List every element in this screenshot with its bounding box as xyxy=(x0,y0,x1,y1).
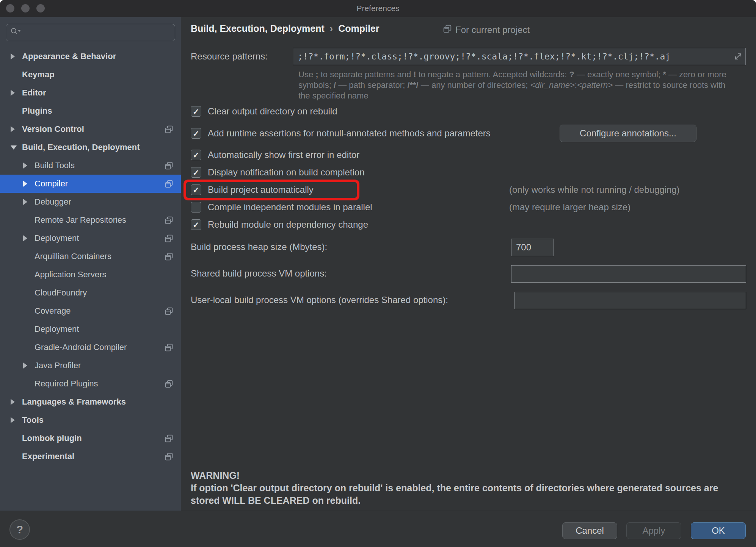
option-clear-output-directory-on-rebuild[interactable]: ✓ Clear output directory on rebuild xyxy=(191,103,747,120)
sidebar-item-label: Gradle-Android Compiler xyxy=(35,342,127,352)
sidebar-item-deployment[interactable]: Deployment xyxy=(0,229,181,247)
search-dropdown-icon xyxy=(18,30,21,32)
sidebar-item-label: Coverage xyxy=(35,306,71,316)
sidebar-item-coverage[interactable]: Coverage xyxy=(0,302,181,320)
configure-annotations-button[interactable]: Configure annotations... xyxy=(560,125,696,142)
settings-sidebar: Appearance & Behavior Keymap Editor Plug… xyxy=(0,17,181,511)
option-display-notification-on-build-completion[interactable]: ✓ Display notification on build completi… xyxy=(191,164,747,181)
shared-vm-options-input[interactable] xyxy=(511,265,746,283)
option-build-project-automatically[interactable]: ✓ Build project automatically (only work… xyxy=(191,181,747,198)
sidebar-item-lombok-plugin[interactable]: Lombok plugin xyxy=(0,429,181,447)
sidebar-item-debugger[interactable]: Debugger xyxy=(0,193,181,211)
checkbox[interactable]: ✓ xyxy=(191,202,201,213)
sidebar-item-build-execution-deployment[interactable]: Build, Execution, Deployment xyxy=(0,138,181,156)
option-note: (only works while not running / debuggin… xyxy=(509,184,680,195)
tree-arrow-icon[interactable] xyxy=(23,235,27,241)
sidebar-item-application-servers[interactable]: Application Servers xyxy=(0,266,181,284)
sidebar-item-label: CloudFoundry xyxy=(35,288,87,298)
checkbox[interactable]: ✓ xyxy=(191,150,201,160)
title-bar: Preferences xyxy=(0,0,756,17)
sidebar-item-label: Required Plugins xyxy=(35,379,98,389)
tree-arrow-icon[interactable] xyxy=(11,399,15,405)
sidebar-item-version-control[interactable]: Version Control xyxy=(0,120,181,138)
sidebar-item-label: Languages & Frameworks xyxy=(22,397,126,407)
sidebar-item-java-profiler[interactable]: Java Profiler xyxy=(0,356,181,375)
user-vm-options-label: User-local build process VM options (ove… xyxy=(191,295,448,305)
sidebar-item-appearance-behavior[interactable]: Appearance & Behavior xyxy=(0,47,181,66)
checkbox[interactable]: ✓ xyxy=(191,167,201,178)
user-vm-options-input[interactable] xyxy=(514,292,746,309)
sidebar-item-label: Build, Execution, Deployment xyxy=(22,142,140,152)
help-button[interactable]: ? xyxy=(9,519,30,540)
option-note: (may require larger heap size) xyxy=(509,202,631,213)
resource-patterns-input[interactable] xyxy=(293,48,745,65)
options-list: ✓ Clear output directory on rebuild ✓ Ad… xyxy=(191,103,747,233)
resource-patterns-label: Resource patterns: xyxy=(191,51,268,62)
tree-arrow-icon[interactable] xyxy=(11,145,17,150)
per-project-icon xyxy=(165,452,173,461)
sidebar-item-label: Build Tools xyxy=(35,161,75,170)
tree-arrow-icon[interactable] xyxy=(11,90,15,96)
apply-button[interactable]: Apply xyxy=(626,522,681,539)
sidebar-item-label: Version Control xyxy=(22,124,84,134)
cancel-button[interactable]: Cancel xyxy=(562,522,617,539)
sidebar-item-arquillian-containers[interactable]: Arquillian Containers xyxy=(0,247,181,266)
tree-arrow-icon[interactable] xyxy=(23,181,27,187)
option-compile-independent-modules-in-parallel[interactable]: ✓ Compile independent modules in paralle… xyxy=(191,198,747,216)
sidebar-item-compiler[interactable]: Compiler xyxy=(0,175,181,193)
sidebar-item-label: Arquillian Containers xyxy=(35,252,111,261)
scope-indicator: For current project xyxy=(443,24,530,36)
sidebar-item-languages-frameworks[interactable]: Languages & Frameworks xyxy=(0,393,181,411)
checkbox[interactable]: ✓ xyxy=(191,128,201,139)
shared-vm-options-label: Shared build process VM options: xyxy=(191,268,327,279)
sidebar-item-remote-jar-repositories[interactable]: Remote Jar Repositories xyxy=(0,211,181,229)
per-project-icon xyxy=(165,180,173,188)
option-rebuild-module-on-dependency-change[interactable]: ✓ Rebuild module on dependency change xyxy=(191,216,747,233)
dialog-footer: ? Cancel Apply OK xyxy=(0,511,756,547)
search-box[interactable] xyxy=(6,24,175,41)
sidebar-item-plugins[interactable]: Plugins xyxy=(0,102,181,120)
warning-body: If option 'Clear output directory on reb… xyxy=(191,482,737,507)
tree-arrow-icon[interactable] xyxy=(23,199,27,205)
expand-icon[interactable] xyxy=(733,52,743,63)
sidebar-item-label: Editor xyxy=(22,88,46,98)
breadcrumb: Build, Execution, Deployment › Compiler xyxy=(191,23,380,34)
tree-arrow-icon[interactable] xyxy=(23,163,27,169)
resource-patterns-help: Use ; to separate patterns and ! to nega… xyxy=(298,69,734,101)
per-project-icon xyxy=(165,161,173,170)
checkbox[interactable]: ✓ xyxy=(191,184,201,195)
per-project-icon xyxy=(165,216,173,225)
sidebar-item-experimental[interactable]: Experimental xyxy=(0,447,181,466)
checkbox[interactable]: ✓ xyxy=(191,219,201,230)
sidebar-item-cloudfoundry[interactable]: CloudFoundry xyxy=(0,284,181,302)
sidebar-item-label: Appearance & Behavior xyxy=(22,52,116,61)
preferences-window: Preferences Appearance & Behavior Keymap xyxy=(0,0,756,547)
sidebar-item-label: Plugins xyxy=(22,106,52,116)
sidebar-item-tools[interactable]: Tools xyxy=(0,411,181,429)
ok-button[interactable]: OK xyxy=(691,522,746,539)
sidebar-item-gradle-android-compiler[interactable]: Gradle-Android Compiler xyxy=(0,338,181,356)
search-input[interactable] xyxy=(22,28,171,38)
breadcrumb-separator: › xyxy=(330,23,333,34)
sidebar-item-build-tools[interactable]: Build Tools xyxy=(0,156,181,175)
per-project-icon xyxy=(165,252,173,261)
sidebar-item-required-plugins[interactable]: Required Plugins xyxy=(0,375,181,393)
sidebar-item-editor[interactable]: Editor xyxy=(0,84,181,102)
option-label: Build project automatically xyxy=(208,184,314,195)
warning-title: WARNING! xyxy=(191,469,737,482)
heap-size-label: Build process heap size (Mbytes): xyxy=(191,242,327,252)
tree-arrow-icon[interactable] xyxy=(11,417,15,423)
heap-size-input[interactable] xyxy=(511,239,554,256)
option-automatically-show-first-error-in-editor[interactable]: ✓ Automatically show first error in edit… xyxy=(191,146,747,164)
tree-arrow-icon[interactable] xyxy=(23,363,27,369)
sidebar-item-keymap[interactable]: Keymap xyxy=(0,66,181,84)
tree-arrow-icon[interactable] xyxy=(11,126,15,132)
settings-tree: Appearance & Behavior Keymap Editor Plug… xyxy=(0,47,181,466)
sidebar-item-label: Application Servers xyxy=(35,270,107,280)
sidebar-item-deployment[interactable]: Deployment xyxy=(0,320,181,338)
checkbox[interactable]: ✓ xyxy=(191,106,201,117)
breadcrumb-parent[interactable]: Build, Execution, Deployment xyxy=(191,23,325,34)
sidebar-item-label: Lombok plugin xyxy=(22,433,82,443)
tree-arrow-icon[interactable] xyxy=(11,53,15,59)
breadcrumb-current: Compiler xyxy=(338,23,379,34)
